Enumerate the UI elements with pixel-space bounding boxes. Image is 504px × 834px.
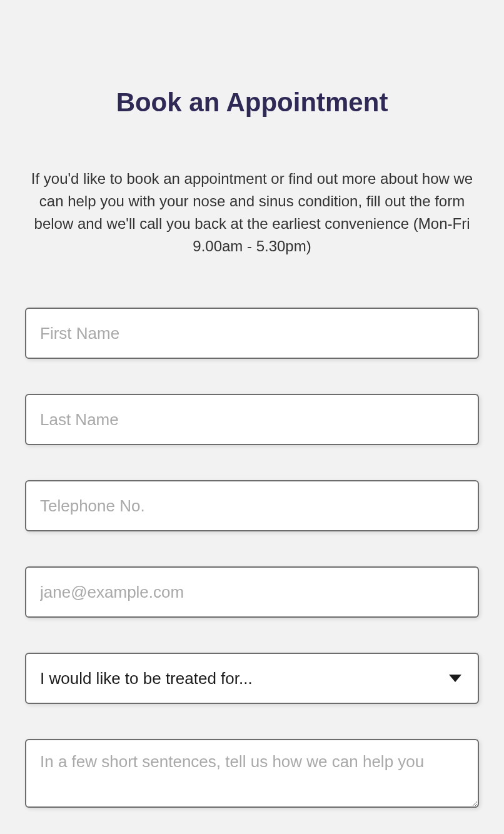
first-name-input[interactable] — [25, 308, 479, 359]
email-field-wrapper — [25, 566, 479, 618]
appointment-form-container: Book an Appointment If you'd like to boo… — [25, 88, 479, 810]
message-field-wrapper — [25, 739, 479, 810]
first-name-field-wrapper — [25, 308, 479, 359]
telephone-field-wrapper — [25, 480, 479, 531]
treatment-select-wrapper: I would like to be treated for... — [25, 653, 479, 704]
email-input[interactable] — [25, 566, 479, 618]
form-description: If you'd like to book an appointment or … — [25, 168, 479, 258]
last-name-input[interactable] — [25, 394, 479, 445]
telephone-input[interactable] — [25, 480, 479, 531]
treatment-select[interactable]: I would like to be treated for... — [25, 653, 479, 704]
page-title: Book an Appointment — [25, 88, 479, 118]
last-name-field-wrapper — [25, 394, 479, 445]
message-textarea[interactable] — [25, 739, 479, 808]
treatment-field-wrapper: I would like to be treated for... — [25, 653, 479, 704]
